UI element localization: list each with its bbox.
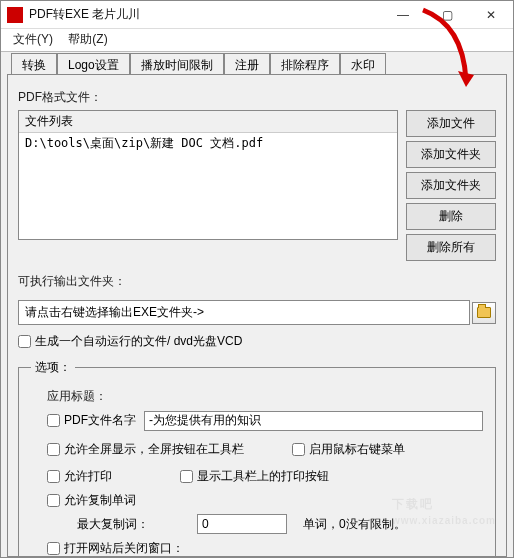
tab-exclude[interactable]: 排除程序 bbox=[270, 53, 340, 75]
tab-convert[interactable]: 转换 bbox=[11, 53, 57, 75]
allow-copy-checkbox[interactable]: 允许复制单词 bbox=[47, 492, 136, 509]
content-area: 转换 Logo设置 播放时间限制 注册 排除程序 水印 PDF格式文件： 文件列… bbox=[1, 51, 513, 557]
titlebar: PDF转EXE 老片儿川 — ▢ ✕ bbox=[1, 1, 513, 29]
delete-button[interactable]: 删除 bbox=[406, 203, 496, 230]
menubar: 文件(Y) 帮助(Z) bbox=[1, 29, 513, 51]
right-menu-checkbox[interactable]: 启用鼠标右键菜单 bbox=[292, 441, 405, 458]
pdf-files-label: PDF格式文件： bbox=[18, 89, 496, 106]
app-title-input[interactable] bbox=[144, 411, 483, 431]
maximize-button[interactable]: ▢ bbox=[425, 1, 469, 29]
max-copy-label: 最大复制词： bbox=[77, 516, 149, 533]
fullscreen-checkbox[interactable]: 允许全屏显示，全屏按钮在工具栏 bbox=[47, 441, 244, 458]
allow-copy-checkbox-input[interactable] bbox=[47, 494, 60, 507]
file-list[interactable]: 文件列表 D:\tools\桌面\zip\新建 DOC 文档.pdf bbox=[18, 110, 398, 240]
right-menu-checkbox-input[interactable] bbox=[292, 443, 305, 456]
options-group: 选项： 应用标题： PDF文件名字 允许全屏显示，全屏按钮在工具栏 bbox=[18, 359, 496, 558]
pdf-name-label: PDF文件名字 bbox=[64, 412, 136, 429]
max-copy-suffix: 单词，0没有限制。 bbox=[303, 516, 406, 533]
close-after-web-checkbox[interactable]: 打开网站后关闭窗口： bbox=[47, 540, 184, 557]
show-print-btn-label: 显示工具栏上的打印按钮 bbox=[197, 468, 329, 485]
tab-register[interactable]: 注册 bbox=[224, 53, 270, 75]
right-menu-label: 启用鼠标右键菜单 bbox=[309, 441, 405, 458]
file-list-header[interactable]: 文件列表 bbox=[19, 111, 397, 133]
menu-help[interactable]: 帮助(Z) bbox=[62, 29, 113, 50]
close-after-web-checkbox-input[interactable] bbox=[47, 542, 60, 555]
show-print-btn-checkbox[interactable]: 显示工具栏上的打印按钮 bbox=[180, 468, 329, 485]
tab-watermark[interactable]: 水印 bbox=[340, 53, 386, 75]
add-folder2-button[interactable]: 添加文件夹 bbox=[406, 172, 496, 199]
add-file-button[interactable]: 添加文件 bbox=[406, 110, 496, 137]
pdf-name-checkbox[interactable]: PDF文件名字 bbox=[47, 412, 136, 429]
autorun-checkbox-input[interactable] bbox=[18, 335, 31, 348]
app-window: PDF转EXE 老片儿川 — ▢ ✕ 文件(Y) 帮助(Z) 转换 Logo设置… bbox=[0, 0, 514, 558]
browse-folder-button[interactable] bbox=[472, 302, 496, 324]
app-logo-icon bbox=[7, 7, 23, 23]
fullscreen-checkbox-input[interactable] bbox=[47, 443, 60, 456]
tab-logo[interactable]: Logo设置 bbox=[57, 53, 130, 75]
tab-time-limit[interactable]: 播放时间限制 bbox=[130, 53, 224, 75]
add-folder-button[interactable]: 添加文件夹 bbox=[406, 141, 496, 168]
minimize-button[interactable]: — bbox=[381, 1, 425, 29]
allow-print-label: 允许打印 bbox=[64, 468, 112, 485]
autorun-label: 生成一个自动运行的文件/ dvd光盘VCD bbox=[35, 333, 242, 350]
close-window-button[interactable]: ✕ bbox=[469, 1, 513, 29]
output-folder-input[interactable]: 请点击右键选择输出EXE文件夹-> bbox=[18, 300, 470, 325]
options-legend: 选项： bbox=[31, 359, 75, 376]
window-title: PDF转EXE 老片儿川 bbox=[29, 6, 381, 23]
allow-copy-label: 允许复制单词 bbox=[64, 492, 136, 509]
output-folder-label: 可执行输出文件夹： bbox=[18, 273, 496, 290]
fullscreen-label: 允许全屏显示，全屏按钮在工具栏 bbox=[64, 441, 244, 458]
file-list-row[interactable]: D:\tools\桌面\zip\新建 DOC 文档.pdf bbox=[19, 133, 397, 154]
delete-all-button[interactable]: 删除所有 bbox=[406, 234, 496, 261]
allow-print-checkbox[interactable]: 允许打印 bbox=[47, 468, 112, 485]
allow-print-checkbox-input[interactable] bbox=[47, 470, 60, 483]
menu-file[interactable]: 文件(Y) bbox=[7, 29, 59, 50]
pdf-name-checkbox-input[interactable] bbox=[47, 414, 60, 427]
close-after-web-label: 打开网站后关闭窗口： bbox=[64, 540, 184, 557]
tab-panel-convert: PDF格式文件： 文件列表 D:\tools\桌面\zip\新建 DOC 文档.… bbox=[7, 74, 507, 557]
folder-icon bbox=[477, 307, 491, 318]
max-copy-input[interactable] bbox=[197, 514, 287, 534]
autorun-checkbox[interactable]: 生成一个自动运行的文件/ dvd光盘VCD bbox=[18, 333, 242, 350]
show-print-btn-checkbox-input[interactable] bbox=[180, 470, 193, 483]
app-title-label: 应用标题： bbox=[47, 388, 483, 405]
tab-strip: 转换 Logo设置 播放时间限制 注册 排除程序 水印 bbox=[1, 52, 513, 74]
